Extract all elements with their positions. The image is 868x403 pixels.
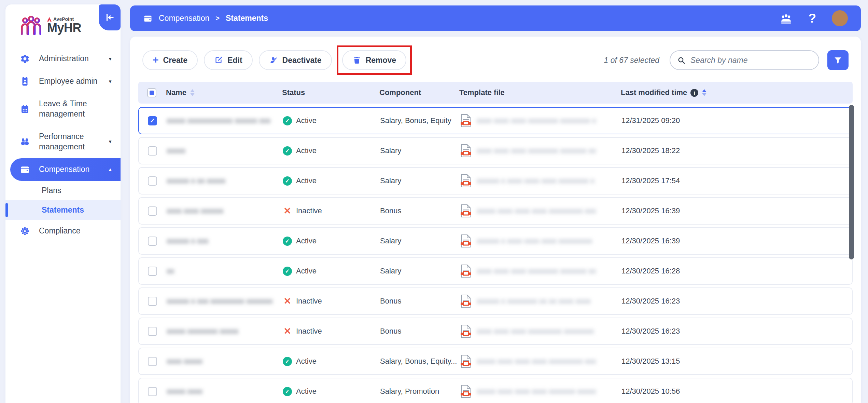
table-row[interactable]: xxxxx xxxx ✓ Active Salary, Promotion xx… (138, 378, 853, 403)
chevron-down-icon: ▼ (108, 139, 112, 144)
last-modified-cell: 12/30/2025 18:22 (621, 146, 852, 155)
avatar[interactable] (832, 10, 848, 26)
status-badge: ✓ Active (283, 237, 380, 246)
sidebar-subitem-statements[interactable]: Statements (5, 200, 121, 220)
trash-icon (352, 56, 361, 65)
group-icon[interactable] (780, 13, 793, 24)
table-row[interactable]: ✓ xxxxx xxxxxxxxxxxx xxxxxx xxx ✓ Active… (138, 107, 853, 134)
sidebar-subitem-plans[interactable]: Plans (5, 181, 121, 200)
table-row[interactable]: xxxxxx x xxx ✓ Active Salary xxxxxx x xx… (138, 227, 853, 255)
row-checkbox[interactable] (148, 237, 157, 246)
row-checkbox[interactable] (148, 146, 157, 156)
status-label: Active (296, 116, 317, 125)
template-file-name-redacted: xxxx xxxx xxxx xxxxxxxx xxxxxxxx x (477, 116, 596, 125)
template-file-cell: xxxxx xxxx xxxx xxxx xxxxxxxxx xxx (460, 204, 621, 218)
chevron-down-icon: ▼ (108, 56, 112, 62)
column-header-status: Status (282, 88, 379, 97)
template-file-icon (460, 234, 472, 248)
template-file-name-redacted: xxxxx xxxx xxxx xxxx xxxxxxxxx xxx (477, 206, 596, 215)
statement-name-redacted: xx (167, 267, 174, 275)
edit-button[interactable]: Edit (204, 50, 252, 70)
vertical-scrollbar-thumb[interactable] (849, 105, 854, 259)
column-header-template-file: Template file (459, 88, 621, 97)
template-file-name-redacted: xxxxx xxxx xxxx xxxx xxxxxxx xxxxx (477, 387, 596, 396)
statement-name-redacted: xxxxx xxxxxxxxxxxx xxxxxx xxx (167, 116, 270, 125)
sidebar-item-employee-admin[interactable]: Employee admin ▼ (5, 70, 121, 93)
status-label: Active (296, 387, 317, 396)
row-checkbox[interactable] (148, 357, 157, 366)
statement-name-redacted: xxxxxx x xx xxxxx (167, 176, 225, 185)
table-header: Name Status Component Template file Last… (138, 82, 853, 104)
chevron-up-icon: ▲ (108, 167, 112, 172)
remove-annotation-box: Remove (337, 45, 412, 75)
template-file-name-redacted: xxxx xxxx xxxx xxxxxxxx xxxxxxx xx (477, 267, 596, 276)
column-header-last-modified[interactable]: Last modified time i (621, 88, 853, 97)
status-badge: ✓ Active (283, 267, 380, 276)
sidebar: AvePoint MyHR Administration ▼ (5, 4, 121, 403)
template-file-cell: xxxx xxxx xxxx xxxxxxxx xxxxxxxx x (460, 114, 621, 127)
table-row[interactable]: xxxx xxxxx ✓ Active Salary, Bonus, Equit… (138, 348, 853, 375)
sidebar-item-compensation[interactable]: Compensation ▲ (10, 158, 121, 181)
search-icon (677, 56, 686, 65)
deactivate-button[interactable]: Deactivate (259, 50, 332, 70)
table-row[interactable]: xxxxxx x xx xxxxx ✓ Active Salary xxxxxx… (138, 167, 853, 194)
table-row[interactable]: xxxxx ✓ Active Salary xxxx xxxx xxxx xxx… (138, 137, 853, 164)
sidebar-nav: Administration ▼ Employee admin ▼ (5, 48, 121, 242)
compliance-gear-icon (20, 226, 30, 236)
last-modified-cell: 12/30/2025 16:28 (621, 267, 852, 276)
deactivate-user-icon (269, 56, 278, 65)
template-file-cell: xxxx xxxx xxxx xxxxxxxx xxxxxxx xx (460, 144, 621, 158)
table-row[interactable]: xxxxxx x xxx xxxxxxxxx xxxxxxx ✕ Inactiv… (138, 287, 853, 315)
template-file-name-redacted: xxxxxx x xxxx xxxx xxxx xxxxxxxx x (477, 176, 594, 185)
status-label: Active (296, 267, 317, 276)
template-file-name-redacted: xxxxxx x xxxx xxxx xxxx xxxxxxxxx (477, 237, 592, 245)
last-modified-cell: 12/30/2025 17:54 (621, 176, 852, 185)
last-modified-cell: 12/30/2025 16:39 (621, 237, 852, 245)
template-file-cell: xxxx xxxx xxxx xxxxxxxx xxxxxxx xx (460, 264, 621, 278)
row-checkbox[interactable] (148, 297, 157, 306)
sidebar-collapse-button[interactable] (99, 4, 121, 30)
filter-button[interactable] (827, 50, 849, 70)
table-body: ✓ xxxxx xxxxxxxxxxxx xxxxxx xxx ✓ Active… (138, 107, 853, 403)
template-file-icon (460, 144, 472, 158)
row-checkbox[interactable] (148, 176, 157, 186)
component-cell: Salary (380, 146, 460, 155)
sidebar-item-administration[interactable]: Administration ▼ (5, 48, 121, 70)
sidebar-item-performance[interactable]: Performance management ▼ (5, 125, 121, 158)
component-cell: Bonus (380, 327, 460, 336)
status-badge: ✕ Inactive (283, 206, 380, 216)
wallet-icon (143, 14, 153, 23)
status-badge: ✕ Inactive (283, 327, 380, 336)
create-button[interactable]: + Create (142, 50, 198, 70)
select-all-checkbox[interactable] (147, 88, 156, 97)
row-checkbox[interactable]: ✓ (148, 116, 157, 125)
column-header-name[interactable]: Name (166, 88, 282, 97)
row-checkbox[interactable] (148, 267, 157, 276)
row-checkbox[interactable] (148, 327, 157, 336)
sort-icon-active (702, 89, 707, 96)
info-icon[interactable]: i (690, 89, 698, 97)
status-icon: ✓ (283, 387, 292, 396)
statement-name-redacted: xxxx xxxx xxxxxx (167, 206, 223, 215)
status-icon: ✓ (283, 237, 292, 246)
funnel-icon (834, 56, 842, 65)
template-file-cell: xxxxx xxxx xxxx xxxx xxxxxxx xxxxx (460, 385, 621, 398)
remove-button[interactable]: Remove (342, 50, 406, 70)
help-icon[interactable]: ? (808, 12, 816, 25)
id-badge-icon (20, 76, 30, 86)
sidebar-item-leave-time[interactable]: Leave & Time management (5, 93, 121, 125)
template-file-icon (460, 264, 472, 278)
sidebar-item-compliance[interactable]: Compliance (5, 220, 121, 242)
template-file-name-redacted: xxxxxx x xxxxxxxx xx xx xxxx xxxx (477, 297, 591, 306)
table-row[interactable]: xxxxx xxxxxxxx xxxxx ✕ Inactive Bonus xx… (138, 318, 853, 345)
row-checkbox[interactable] (148, 206, 157, 216)
component-cell: Salary, Promotion (380, 387, 460, 396)
breadcrumb-section[interactable]: Compensation (159, 14, 209, 23)
table-row[interactable]: xx ✓ Active Salary xxxx xxxx xxxx xxxxxx… (138, 257, 853, 285)
status-icon: ✕ (283, 297, 292, 306)
row-checkbox[interactable] (148, 387, 157, 396)
template-file-icon (460, 174, 472, 188)
search-input[interactable] (690, 55, 812, 65)
breadcrumb-page: Statements (226, 14, 268, 23)
table-row[interactable]: xxxx xxxx xxxxxx ✕ Inactive Bonus xxxxx … (138, 197, 853, 225)
